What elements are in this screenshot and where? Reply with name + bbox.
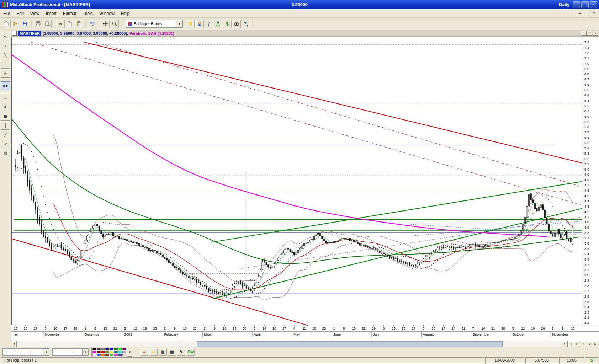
preview-icon[interactable]: [43, 20, 52, 28]
zoom-icon[interactable]: [110, 20, 119, 28]
vertical-scale-button[interactable]: ↕: [568, 341, 574, 347]
restore-button[interactable]: □: [584, 11, 590, 16]
scrollbar-thumb[interactable]: [197, 341, 503, 347]
periodicity-button[interactable]: D: [574, 341, 580, 347]
color-swatch[interactable]: [105, 351, 109, 353]
color-swatch[interactable]: [101, 354, 105, 356]
menu-file[interactable]: File: [0, 10, 13, 17]
ellipse-tool[interactable]: ○: [1, 93, 10, 102]
minimize-button[interactable]: ─: [573, 1, 580, 8]
color-swatch[interactable]: [118, 354, 122, 356]
close-button[interactable]: ×: [593, 31, 598, 36]
color-swatch[interactable]: [92, 354, 96, 356]
palette-more-button[interactable]: ▼: [127, 348, 132, 357]
layout-icon[interactable]: ▥: [159, 348, 167, 356]
menu-edit[interactable]: Edit: [13, 10, 27, 17]
print-icon[interactable]: [34, 20, 42, 28]
close-button[interactable]: ×: [591, 11, 597, 16]
delete-tool[interactable]: ✂: [1, 69, 10, 78]
svg-text:4.5: 4.5: [584, 194, 589, 198]
open-icon[interactable]: [11, 20, 20, 28]
menu-window[interactable]: Window: [96, 10, 118, 17]
symbol-label[interactable]: MARTIFER: [18, 31, 41, 36]
color-swatch[interactable]: [114, 348, 118, 350]
color-swatch[interactable]: [118, 348, 122, 350]
color-swatch[interactable]: [114, 351, 118, 353]
line-weight-select[interactable]: ▼: [52, 348, 89, 356]
crosshair-tool[interactable]: +: [1, 42, 10, 50]
scroll-tool[interactable]: ◄►: [1, 81, 10, 90]
scroll-right-button[interactable]: ►: [562, 341, 568, 347]
undo-icon[interactable]: [88, 20, 96, 28]
move-icon[interactable]: [101, 20, 110, 28]
menu-help[interactable]: Help: [118, 10, 133, 17]
color-swatch[interactable]: [118, 351, 122, 353]
color-swatch[interactable]: [110, 348, 113, 350]
svg-text:12: 12: [521, 327, 525, 330]
vertical-line-tool[interactable]: │: [1, 60, 10, 69]
dropdown-arrow-icon[interactable]: ▼: [43, 349, 49, 355]
new-icon[interactable]: [2, 20, 11, 28]
trendline-tool[interactable]: ╲: [1, 51, 10, 59]
expert-icon[interactable]: [195, 20, 204, 28]
alert-red-icon[interactable]: ●: [140, 348, 148, 356]
page-right-button[interactable]: ►: [593, 341, 598, 347]
alert-yellow-icon[interactable]: ●: [149, 348, 158, 356]
function-icon[interactable]: ƒ: [205, 20, 213, 28]
pitchfork-tool[interactable]: ⋔: [1, 103, 10, 111]
diagonal-tool[interactable]: ╱: [1, 130, 10, 139]
paste-icon[interactable]: [75, 20, 83, 28]
chart-canvas[interactable]: 7.47.37.27.17.06.96.86.76.66.56.46.36.26…: [11, 37, 599, 341]
calendar-icon[interactable]: ▦: [168, 348, 176, 356]
scrollbar-track[interactable]: [17, 341, 562, 347]
color-swatch[interactable]: [97, 354, 101, 356]
restore-button[interactable]: □: [587, 31, 592, 36]
tip-icon[interactable]: [186, 20, 195, 28]
grid-tool[interactable]: ▦: [1, 112, 10, 121]
restore-button[interactable]: □: [581, 1, 589, 8]
color-swatch[interactable]: [101, 351, 105, 353]
scan-icon[interactable]: [232, 20, 241, 28]
color-swatch[interactable]: [122, 348, 126, 350]
pointer-tool[interactable]: ↖: [1, 32, 10, 41]
color-swatch[interactable]: [105, 354, 109, 356]
dropdown-arrow-icon[interactable]: ▼: [82, 349, 88, 355]
channel-tool[interactable]: ║: [1, 121, 10, 130]
zoom-in-button[interactable]: +: [581, 341, 586, 347]
svg-text:5: 5: [124, 327, 126, 330]
arrow-tool[interactable]: ↗: [1, 140, 10, 148]
color-swatch[interactable]: [122, 351, 126, 353]
menu-insert[interactable]: Insert: [43, 10, 60, 17]
indicator-quicklist[interactable]: Bollinger Bands▼: [126, 20, 183, 28]
dollar-icon[interactable]: $: [223, 20, 232, 28]
menu-view[interactable]: View: [27, 10, 43, 17]
cut-icon[interactable]: ✂: [56, 20, 65, 28]
save-icon[interactable]: [21, 20, 29, 28]
color-swatch[interactable]: [92, 351, 96, 353]
color-swatch[interactable]: [105, 348, 109, 350]
minimize-button[interactable]: ─: [581, 31, 587, 36]
minimize-button[interactable]: ─: [577, 11, 583, 16]
color-swatch[interactable]: [114, 354, 118, 356]
color-swatch[interactable]: [92, 348, 96, 350]
color-swatch[interactable]: [97, 348, 101, 350]
close-button[interactable]: ×: [590, 1, 597, 8]
color-swatch[interactable]: [122, 354, 126, 356]
color-swatch[interactable]: [110, 351, 113, 353]
color-swatch[interactable]: [97, 351, 101, 353]
copy-icon[interactable]: [65, 20, 74, 28]
help-icon[interactable]: ?: [242, 20, 250, 28]
menu-tools[interactable]: Tools: [80, 10, 96, 17]
color-swatch[interactable]: [101, 348, 105, 350]
scroll-left-button[interactable]: ◄: [11, 341, 17, 347]
page-left-button[interactable]: ◄: [587, 341, 592, 347]
notes-icon[interactable]: ✎: [177, 348, 185, 356]
menu-format[interactable]: Format: [60, 10, 80, 17]
indicator-label[interactable]: Parabolic SAR (4.10231): [129, 31, 174, 36]
line-style-select[interactable]: ▼: [2, 348, 49, 356]
expert-advisor-icon[interactable]: Gw: [186, 348, 195, 356]
commentary-icon[interactable]: [214, 20, 222, 28]
color-swatch[interactable]: [110, 354, 113, 356]
pattern-tool[interactable]: ▨: [1, 149, 10, 157]
dropdown-arrow-icon[interactable]: ▼: [176, 21, 182, 27]
